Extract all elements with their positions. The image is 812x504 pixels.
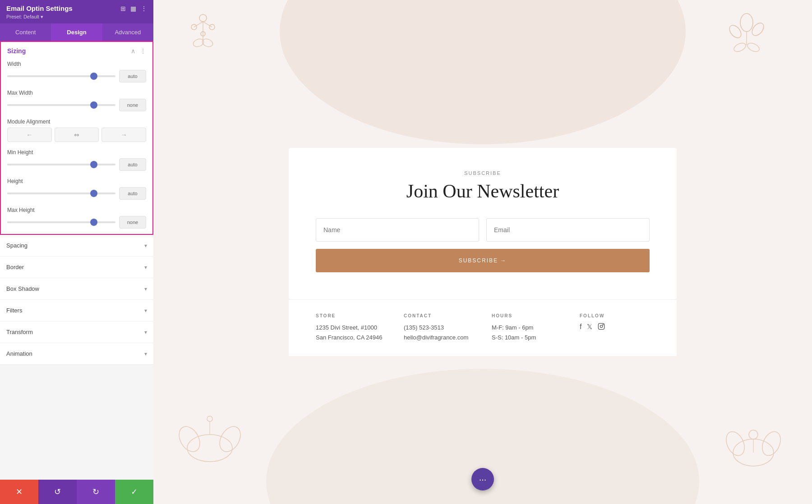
- max-width-thumb[interactable]: [90, 101, 97, 109]
- layout-icon[interactable]: ▦: [130, 5, 136, 12]
- name-input[interactable]: [316, 218, 479, 242]
- max-width-label: Max Width: [7, 90, 146, 96]
- max-width-slider[interactable]: [7, 101, 115, 110]
- instagram-icon[interactable]: [598, 323, 605, 332]
- svg-point-18: [216, 423, 244, 455]
- height-fill: [7, 192, 94, 194]
- sizing-more-icon[interactable]: ⋮: [140, 47, 146, 55]
- preset-selector[interactable]: Preset: Default ▾: [6, 14, 147, 20]
- panel-header: Email Optin Settings ⊞ ▦ ⋮ Preset: Defau…: [0, 0, 153, 23]
- content-container: SUBSCRIBE Join Our Newsletter SUBSCRIBE …: [153, 148, 812, 356]
- undo-icon: ↺: [54, 487, 61, 497]
- deco-top-right: [717, 5, 776, 60]
- twitter-icon[interactable]: 𝕏: [587, 323, 592, 332]
- transform-label: Transform: [6, 329, 33, 335]
- footer-follow: FOLLOW f 𝕏: [580, 313, 650, 343]
- width-thumb[interactable]: [90, 73, 97, 80]
- filters-chevron: ▾: [144, 307, 147, 314]
- svg-point-23: [759, 429, 784, 458]
- align-center-btn[interactable]: ⇔: [55, 128, 99, 142]
- footer-grid: STORE 1235 Divi Street, #1000 San Franci…: [289, 299, 677, 356]
- min-height-thumb[interactable]: [90, 161, 97, 168]
- transform-header[interactable]: Transform ▾: [0, 321, 153, 343]
- hours-weekend: S-S: 10am - 5pm: [492, 334, 536, 341]
- border-header[interactable]: Border ▾: [0, 257, 153, 278]
- svg-point-16: [187, 435, 232, 462]
- align-right-btn[interactable]: →: [102, 128, 146, 142]
- width-value[interactable]: auto: [119, 70, 146, 82]
- expand-icon[interactable]: ⊞: [120, 5, 126, 12]
- svg-point-15: [746, 41, 761, 53]
- undo-button[interactable]: ↺: [38, 480, 77, 504]
- filters-header[interactable]: Filters ▾: [0, 300, 153, 321]
- height-track: [7, 192, 115, 194]
- transform-section: Transform ▾: [0, 321, 153, 343]
- max-height-control: Max Height none: [1, 205, 152, 234]
- deco-top-left: [176, 5, 230, 60]
- min-height-control: Min Height auto: [1, 147, 152, 176]
- animation-section: Animation ▾: [0, 343, 153, 365]
- align-left-btn[interactable]: ←: [7, 128, 52, 142]
- border-label: Border: [6, 264, 24, 270]
- max-height-label: Max Height: [7, 207, 146, 213]
- panel-title: Email Optin Settings: [6, 5, 73, 12]
- redo-icon: ↻: [92, 487, 99, 497]
- max-height-slider-row: none: [7, 216, 146, 229]
- header-icons: ⊞ ▦ ⋮: [120, 5, 147, 12]
- animation-label: Animation: [6, 350, 32, 357]
- alignment-row: ← ⇔ →: [7, 128, 146, 142]
- contact-info: (135) 523-3513 hello@divifragrance.com: [404, 323, 474, 343]
- filters-label: Filters: [6, 307, 22, 314]
- subscribe-button-label: SUBSCRIBE →: [459, 257, 507, 264]
- border-chevron: ▾: [144, 264, 147, 270]
- border-section: Border ▾: [0, 257, 153, 278]
- min-height-slider[interactable]: [7, 160, 115, 169]
- max-width-fill: [7, 104, 94, 106]
- box-shadow-header[interactable]: Box Shadow ▾: [0, 278, 153, 299]
- tab-design[interactable]: Design: [51, 23, 102, 41]
- animation-header[interactable]: Animation ▾: [0, 343, 153, 364]
- collapse-icon[interactable]: ∧: [131, 47, 135, 55]
- store-address: 1235 Divi Street, #1000 San Francisco, C…: [316, 323, 386, 343]
- main-canvas: SUBSCRIBE Join Our Newsletter SUBSCRIBE …: [153, 0, 812, 504]
- svg-point-12: [750, 21, 766, 37]
- min-height-value[interactable]: auto: [119, 158, 146, 171]
- max-width-track: [7, 104, 115, 106]
- svg-point-24: [749, 430, 758, 439]
- more-icon[interactable]: ⋮: [141, 5, 147, 12]
- redo-button[interactable]: ↻: [77, 480, 115, 504]
- animation-chevron: ▾: [144, 351, 147, 357]
- facebook-icon[interactable]: f: [580, 323, 581, 332]
- sizing-title: Sizing: [7, 47, 26, 55]
- tab-content[interactable]: Content: [0, 23, 51, 41]
- max-height-value[interactable]: none: [119, 216, 146, 229]
- bottom-toolbar: ✕ ↺ ↻ ✓: [0, 480, 153, 504]
- box-shadow-chevron: ▾: [144, 286, 147, 292]
- box-shadow-section: Box Shadow ▾: [0, 278, 153, 300]
- save-button[interactable]: ✓: [115, 480, 153, 504]
- filters-section: Filters ▾: [0, 300, 153, 321]
- fab-button[interactable]: ···: [471, 468, 494, 490]
- svg-point-10: [740, 14, 753, 32]
- main-area: SUBSCRIBE Join Our Newsletter SUBSCRIBE …: [153, 0, 812, 504]
- module-alignment-control: Module Alignment ← ⇔ →: [1, 117, 152, 147]
- height-value[interactable]: auto: [119, 187, 146, 200]
- sizing-section-icons: ∧ ⋮: [131, 47, 146, 55]
- box-shadow-label: Box Shadow: [6, 285, 39, 292]
- cancel-button[interactable]: ✕: [0, 480, 38, 504]
- max-height-thumb[interactable]: [90, 219, 97, 226]
- width-slider[interactable]: [7, 72, 115, 81]
- height-thumb[interactable]: [90, 190, 97, 197]
- module-alignment-label: Module Alignment: [7, 119, 146, 125]
- contact-email: hello@divifragrance.com: [404, 334, 468, 341]
- spacing-section: Spacing ▾: [0, 235, 153, 257]
- max-height-slider[interactable]: [7, 218, 115, 227]
- height-slider[interactable]: [7, 189, 115, 198]
- email-input[interactable]: [486, 218, 650, 242]
- tab-advanced[interactable]: Advanced: [102, 23, 153, 41]
- newsletter-title: Join Our Newsletter: [316, 180, 650, 202]
- subscribe-button[interactable]: SUBSCRIBE →: [316, 249, 650, 272]
- svg-point-27: [600, 325, 603, 327]
- max-width-value[interactable]: none: [119, 99, 146, 111]
- spacing-header[interactable]: Spacing ▾: [0, 235, 153, 256]
